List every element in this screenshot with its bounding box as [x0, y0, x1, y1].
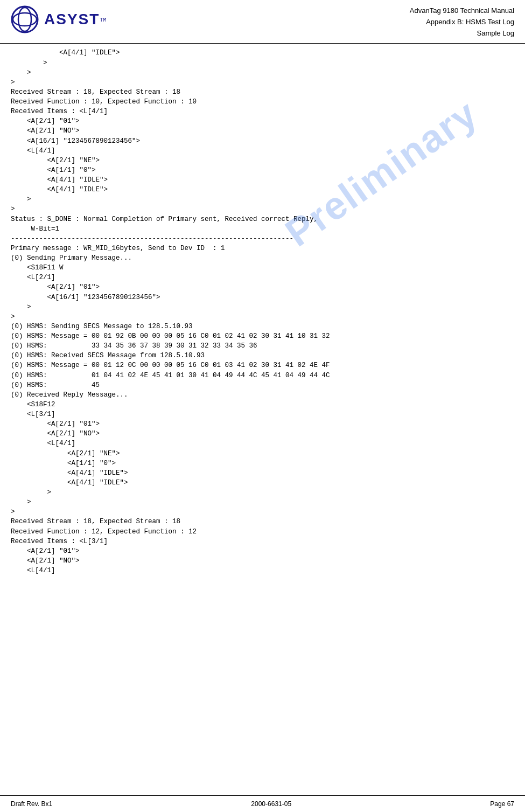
svg-point-0 [12, 6, 38, 32]
footer-page: Page 67 [490, 800, 514, 808]
logo-area: ASYSTTM [11, 5, 106, 33]
svg-point-1 [18, 8, 31, 31]
log-content: <A[4/1] "IDLE"> > > > Received Stream : … [0, 44, 525, 597]
page-header: ASYSTTM AdvanTag 9180 Technical Manual A… [0, 0, 525, 44]
document-title: AdvanTag 9180 Technical Manual Appendix … [410, 5, 514, 39]
footer-doc-number: 2000-6631-05 [251, 800, 291, 808]
asyst-logo-icon [11, 5, 39, 33]
page-footer: Draft Rev. Bx1 2000-6631-05 Page 67 [0, 795, 525, 812]
logo-text: ASYSTTM [44, 11, 106, 28]
svg-point-2 [13, 13, 37, 26]
footer-draft: Draft Rev. Bx1 [11, 800, 52, 808]
